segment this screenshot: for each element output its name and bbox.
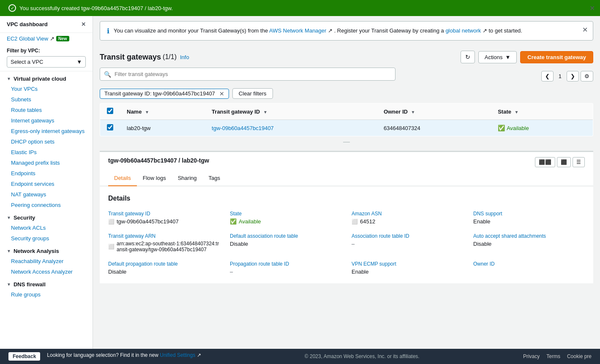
field-dns-support: DNS support Enable: [473, 211, 585, 225]
detail-title: tgw-09b60a4457bc19407 / lab20-tgw: [108, 157, 209, 164]
sidebar-item-subnets[interactable]: Subnets: [0, 94, 93, 105]
ec2-global-view-row: EC2 Global View ↗ New: [0, 33, 93, 44]
field-tgw-id: Transit gateway ID ⬜ tgw-09b60a4457bc194…: [108, 211, 220, 225]
success-banner: ✓ You successfully created tgw-09b60a445…: [0, 0, 600, 16]
sort-state-icon[interactable]: ▼: [515, 110, 519, 114]
status-available-icon: ✅: [498, 125, 505, 131]
field-default-prop-label: Default propagation route table: [108, 261, 220, 267]
table-info-link[interactable]: Info: [180, 54, 189, 60]
filter-tag-text: Transit gateway ID: tgw-09b60a4457bc1940…: [104, 90, 215, 97]
sidebar-item-your-vpcs[interactable]: Your VPCs: [0, 84, 93, 94]
terms-link[interactable]: Terms: [546, 353, 560, 359]
view-split-btn[interactable]: ⬛⬛: [535, 157, 555, 167]
ec2-global-view-link[interactable]: EC2 Global View: [7, 35, 48, 42]
sidebar-item-elastic-ips[interactable]: Elastic IPs: [0, 147, 93, 158]
view-full-btn[interactable]: ⬛: [557, 157, 571, 167]
table-row[interactable]: lab20-tgw tgw-09b60a4457bc19407 63464840…: [100, 120, 593, 136]
field-vpn-ecmp-value: Enable: [352, 269, 368, 275]
sidebar-item-security-groups[interactable]: Security groups: [0, 233, 93, 244]
col-state: State ▼: [491, 103, 593, 120]
section-security[interactable]: Security: [0, 210, 93, 223]
field-assoc-route-table-id-value: –: [352, 241, 355, 247]
sidebar-item-endpoints[interactable]: Endpoints: [0, 168, 93, 179]
cell-tgw-id: tgw-09b60a4457bc19407: [205, 120, 377, 136]
copy-asn-icon[interactable]: ⬜: [352, 219, 358, 225]
sort-tgw-id-icon[interactable]: ▼: [263, 110, 267, 114]
tab-flow-logs[interactable]: Flow logs: [137, 171, 172, 186]
page-prev-button[interactable]: ❮: [541, 71, 554, 81]
info-icon: ℹ: [107, 27, 109, 35]
copy-arn-icon[interactable]: ⬜: [108, 244, 115, 250]
aws-network-manager-link[interactable]: AWS Network Manager: [269, 27, 326, 34]
search-input[interactable]: [100, 68, 395, 81]
privacy-link[interactable]: Privacy: [523, 353, 540, 359]
unified-settings-link[interactable]: Unified Settings: [160, 352, 195, 358]
tab-sharing[interactable]: Sharing: [172, 171, 203, 186]
info-banner-close-icon[interactable]: ✕: [582, 26, 588, 34]
section-dns-firewall[interactable]: DNS firewall: [0, 277, 93, 289]
sidebar-item-route-tables[interactable]: Route tables: [0, 105, 93, 115]
sidebar-item-nat-gateways[interactable]: NAT gateways: [0, 189, 93, 200]
feedback-button[interactable]: Feedback: [8, 352, 40, 361]
transit-gateways-table: Name ▼ Transit gateway ID ▼ Owner ID ▼ S…: [100, 103, 593, 136]
field-tgw-id-value: tgw-09b60a4457bc19407: [117, 218, 179, 225]
refresh-button[interactable]: ↻: [461, 51, 475, 63]
sidebar-item-endpoint-services[interactable]: Endpoint services: [0, 179, 93, 189]
field-auto-accept: Auto accept shared attachments Disable: [473, 233, 585, 253]
view-list-btn[interactable]: ☰: [573, 157, 585, 167]
global-network-link[interactable]: global network: [445, 27, 481, 34]
sidebar-item-dhcp[interactable]: DHCP option sets: [0, 136, 93, 147]
detail-content: Details Transit gateway ID ⬜ tgw-09b60a4…: [100, 186, 593, 283]
tgw-id-link[interactable]: tgw-09b60a4457bc19407: [212, 125, 274, 131]
sort-owner-id-icon[interactable]: ▼: [411, 110, 415, 114]
sidebar-item-reachability-analyzer[interactable]: Reachability Analyzer: [0, 256, 93, 266]
cell-owner-id: 634648407324: [377, 120, 491, 136]
sidebar-item-egress-only[interactable]: Egress-only internet gateways: [0, 126, 93, 136]
create-transit-gateway-button[interactable]: Create transit gateway: [520, 51, 593, 63]
sidebar-item-managed-prefix[interactable]: Managed prefix lists: [0, 158, 93, 168]
actions-button[interactable]: Actions ▼: [478, 51, 517, 63]
detail-grid: Transit gateway ID ⬜ tgw-09b60a4457bc194…: [108, 211, 585, 275]
sidebar-item-internet-gateways[interactable]: Internet gateways: [0, 115, 93, 126]
field-tgw-arn-label: Transit gateway ARN: [108, 233, 220, 239]
row-checkbox[interactable]: [107, 124, 113, 130]
sidebar-item-rule-groups[interactable]: Rule groups: [0, 289, 93, 300]
field-vpn-ecmp: VPN ECMP support Enable: [352, 261, 463, 275]
sidebar-close-icon[interactable]: ✕: [81, 21, 86, 27]
table-title: Transit gateways: [100, 53, 161, 62]
vpc-select[interactable]: Select a VPC ▼: [7, 56, 86, 68]
page-number: 1: [555, 71, 565, 81]
cookie-link[interactable]: Cookie pre: [567, 353, 592, 359]
section-virtual-private-cloud[interactable]: Virtual private cloud: [0, 71, 93, 84]
field-assoc-route-table-id: Association route table ID –: [352, 233, 463, 253]
external-link-icon: ↗: [197, 352, 201, 358]
field-tgw-arn: Transit gateway ARN ⬜ arn:aws:ec2:ap-sou…: [108, 233, 220, 253]
info-banner: ℹ You can visualize and monitor your Tra…: [100, 21, 593, 41]
sidebar-item-network-access-analyzer[interactable]: Network Access Analyzer: [0, 266, 93, 277]
sort-name-icon[interactable]: ▼: [145, 110, 149, 114]
filter-tags: Transit gateway ID: tgw-09b60a4457bc1940…: [100, 88, 593, 99]
footer-right: Privacy Terms Cookie pre: [523, 353, 592, 359]
sidebar-item-peering-connections[interactable]: Peering connections: [0, 200, 93, 210]
drag-handle[interactable]: —: [100, 136, 593, 147]
field-amazon-asn: Amazon ASN ⬜ 64512: [352, 211, 463, 225]
page-next-button[interactable]: ❯: [567, 71, 579, 81]
tab-details[interactable]: Details: [108, 171, 137, 186]
field-amazon-asn-value: 64512: [360, 218, 375, 225]
sidebar-item-network-acls[interactable]: Network ACLs: [0, 223, 93, 233]
field-assoc-route-table-id-label: Association route table ID: [352, 233, 463, 239]
info-text-after: to get started.: [488, 27, 522, 34]
tab-tags[interactable]: Tags: [202, 171, 226, 186]
select-all-checkbox[interactable]: [107, 108, 113, 114]
success-close-icon[interactable]: ✕: [589, 4, 595, 12]
table-title-area: Transit gateways (1/1) Info: [100, 53, 189, 62]
field-default-prop: Default propagation route table Disable: [108, 261, 220, 275]
copy-tgw-id-icon[interactable]: ⬜: [108, 219, 115, 225]
new-badge: New: [56, 36, 69, 41]
clear-filters-button[interactable]: Clear filters: [232, 88, 273, 99]
filter-tag-close-icon[interactable]: ✕: [219, 90, 224, 97]
section-network-analysis[interactable]: Network Analysis: [0, 244, 93, 256]
page-settings-button[interactable]: ⚙: [581, 71, 593, 81]
footer-unified-text: Looking for language selection? Find it …: [47, 352, 201, 361]
field-default-assoc-label: Default association route table: [230, 233, 341, 239]
